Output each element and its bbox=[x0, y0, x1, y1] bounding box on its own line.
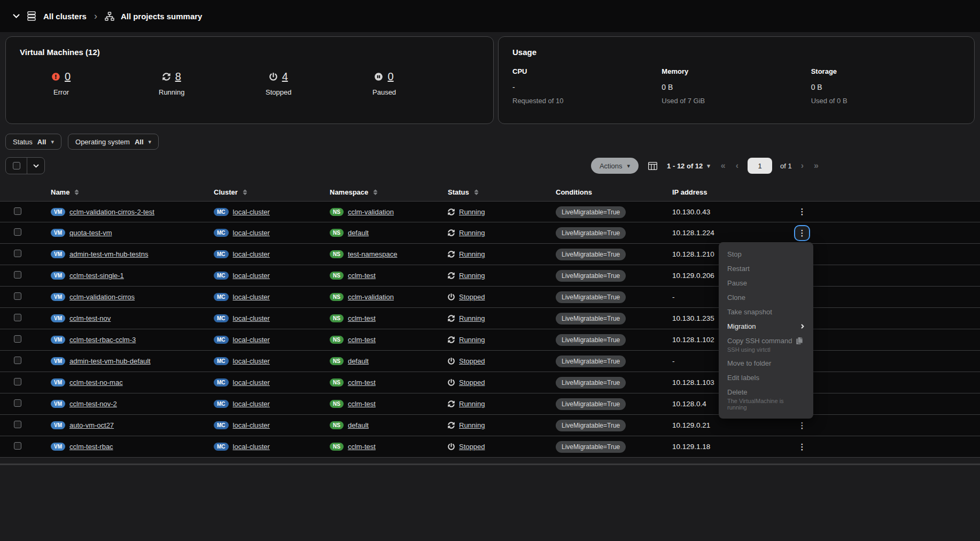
vm-count-link[interactable]: 0 bbox=[387, 71, 393, 83]
row-checkbox[interactable] bbox=[14, 228, 21, 236]
actions-dropdown-button[interactable]: Actions ▾ bbox=[591, 158, 639, 174]
cluster-link[interactable]: local-cluster bbox=[233, 314, 270, 322]
vm-name-link[interactable]: admin-test-vm-hub-default bbox=[69, 357, 151, 365]
namespace-link[interactable]: cclm-validation bbox=[348, 208, 394, 216]
row-checkbox[interactable] bbox=[14, 335, 21, 343]
row-checkbox[interactable] bbox=[14, 421, 21, 428]
namespace-link[interactable]: default bbox=[348, 357, 369, 365]
bulk-select-caret[interactable] bbox=[27, 158, 44, 174]
cluster-link[interactable]: local-cluster bbox=[233, 400, 270, 408]
row-checkbox[interactable] bbox=[14, 378, 21, 385]
cluster-link[interactable]: local-cluster bbox=[233, 250, 270, 258]
row-checkbox[interactable] bbox=[14, 207, 21, 215]
cluster-link[interactable]: local-cluster bbox=[233, 443, 270, 451]
vm-status-link[interactable]: Running bbox=[459, 400, 485, 408]
menu-item-restart[interactable]: Restart bbox=[719, 261, 813, 276]
menu-item-copy-ssh-command[interactable]: Copy SSH command SSH using virtctl bbox=[719, 334, 813, 356]
vm-name-link[interactable]: cclm-test-nov bbox=[69, 314, 111, 322]
horizontal-scrollbar[interactable] bbox=[0, 463, 980, 465]
vm-status-link[interactable]: Stopped bbox=[459, 357, 485, 365]
namespace-link[interactable]: test-namespace bbox=[348, 250, 398, 258]
vm-status-link[interactable]: Running bbox=[459, 314, 485, 322]
menu-item-pause[interactable]: Pause bbox=[719, 276, 813, 290]
os-filter-dropdown[interactable]: Operating system All ▾ bbox=[68, 134, 159, 150]
vm-name-link[interactable]: cclm-test-rbac bbox=[69, 443, 113, 451]
row-checkbox[interactable] bbox=[14, 292, 21, 300]
row-actions-kebab-button[interactable]: ⋮ bbox=[795, 205, 809, 219]
vm-status-link[interactable]: Running bbox=[459, 208, 485, 216]
vm-status-link[interactable]: Stopped bbox=[459, 443, 485, 451]
manage-columns-button[interactable] bbox=[648, 162, 657, 170]
vm-count-link[interactable]: 4 bbox=[282, 71, 288, 83]
namespace-link[interactable]: cclm-test bbox=[348, 314, 376, 322]
menu-item-migration[interactable]: Migration bbox=[719, 319, 813, 334]
row-checkbox[interactable] bbox=[14, 442, 21, 450]
cluster-link[interactable]: local-cluster bbox=[233, 208, 270, 216]
vm-name-link[interactable]: cclm-validation-cirros-2-test bbox=[69, 208, 154, 216]
menu-item-edit-labels[interactable]: Edit labels bbox=[719, 370, 813, 385]
vm-name-link[interactable]: cclm-test-rbac-cclm-3 bbox=[69, 336, 136, 344]
pagination-range-dropdown[interactable]: 1 - 12 of 12 ▾ bbox=[667, 162, 710, 170]
vm-name-link[interactable]: cclm-validation-cirros bbox=[69, 293, 135, 301]
breadcrumb-all-projects-summary[interactable]: All projects summary bbox=[121, 12, 203, 21]
vm-status-link[interactable]: Running bbox=[459, 272, 485, 280]
vm-name-link[interactable]: quota-test-vm bbox=[69, 229, 112, 237]
vm-count-link[interactable]: 8 bbox=[175, 71, 181, 83]
cluster-link[interactable]: local-cluster bbox=[233, 378, 270, 387]
namespace-link[interactable]: default bbox=[348, 421, 369, 429]
namespace-link[interactable]: cclm-test bbox=[348, 336, 376, 344]
bulk-select-checkbox[interactable] bbox=[6, 158, 27, 174]
vm-name-link[interactable]: cclm-test-no-mac bbox=[69, 378, 123, 387]
last-page-button[interactable]: » bbox=[813, 161, 820, 171]
menu-item-clone[interactable]: Clone bbox=[719, 290, 813, 305]
cluster-link[interactable]: local-cluster bbox=[233, 229, 270, 237]
vm-status-link[interactable]: Stopped bbox=[459, 378, 485, 387]
menu-item-move-to-folder[interactable]: Move to folder bbox=[719, 356, 813, 370]
chevron-down-icon[interactable] bbox=[13, 14, 20, 18]
namespace-link[interactable]: cclm-test bbox=[348, 378, 376, 387]
vm-status-link[interactable]: Running bbox=[459, 421, 485, 429]
namespace-link[interactable]: cclm-validation bbox=[348, 293, 394, 301]
checkbox[interactable] bbox=[13, 162, 20, 169]
previous-page-button[interactable]: ‹ bbox=[735, 161, 740, 171]
vm-name-link[interactable]: admin-test-vm-hub-testns bbox=[69, 250, 148, 258]
namespace-link[interactable]: cclm-test bbox=[348, 272, 376, 280]
row-actions-kebab-button[interactable]: ⋮ bbox=[795, 419, 809, 432]
vm-count-link[interactable]: 0 bbox=[65, 71, 71, 83]
row-checkbox[interactable] bbox=[14, 250, 21, 257]
vm-status-link[interactable]: Running bbox=[459, 229, 485, 237]
cluster-link[interactable]: local-cluster bbox=[233, 421, 270, 429]
row-actions-kebab-button[interactable]: ⋮ bbox=[795, 226, 809, 240]
menu-item-stop[interactable]: Stop bbox=[719, 247, 813, 261]
first-page-button[interactable]: « bbox=[720, 161, 727, 171]
vm-name-link[interactable]: auto-vm-oct27 bbox=[69, 421, 114, 429]
namespace-link[interactable]: cclm-test bbox=[348, 400, 376, 408]
next-page-button[interactable]: › bbox=[800, 161, 805, 171]
cluster-link[interactable]: local-cluster bbox=[233, 357, 270, 365]
cluster-link[interactable]: local-cluster bbox=[233, 272, 270, 280]
cluster-link[interactable]: local-cluster bbox=[233, 336, 270, 344]
breadcrumb-all-clusters[interactable]: All clusters bbox=[43, 12, 87, 21]
column-header-name[interactable]: Name bbox=[51, 188, 214, 196]
row-actions-kebab-button[interactable]: ⋮ bbox=[795, 440, 809, 454]
row-checkbox[interactable] bbox=[14, 314, 21, 321]
status-filter-dropdown[interactable]: Status All ▾ bbox=[5, 134, 61, 150]
menu-item-delete[interactable]: Delete The VirtualMachine is running bbox=[719, 385, 813, 414]
vm-status-link[interactable]: Running bbox=[459, 250, 485, 258]
cluster-link[interactable]: local-cluster bbox=[233, 293, 270, 301]
namespace-link[interactable]: default bbox=[348, 229, 369, 237]
row-checkbox[interactable] bbox=[14, 357, 21, 364]
row-checkbox[interactable] bbox=[14, 399, 21, 407]
vm-status-link[interactable]: Running bbox=[459, 336, 485, 344]
page-number-input[interactable] bbox=[748, 158, 772, 174]
row-checkbox[interactable] bbox=[14, 271, 21, 279]
vm-status-link[interactable]: Stopped bbox=[459, 293, 485, 301]
menu-item-take-snapshot[interactable]: Take snapshot bbox=[719, 305, 813, 319]
column-header-namespace[interactable]: Namespace bbox=[330, 188, 448, 196]
vm-name-link[interactable]: cclm-test-single-1 bbox=[69, 272, 124, 280]
column-header-status[interactable]: Status bbox=[448, 188, 556, 196]
namespace-link[interactable]: cclm-test bbox=[348, 443, 376, 451]
menu-item-label: Pause bbox=[727, 279, 747, 287]
column-header-cluster[interactable]: Cluster bbox=[214, 188, 330, 196]
vm-name-link[interactable]: cclm-test-nov-2 bbox=[69, 400, 117, 408]
